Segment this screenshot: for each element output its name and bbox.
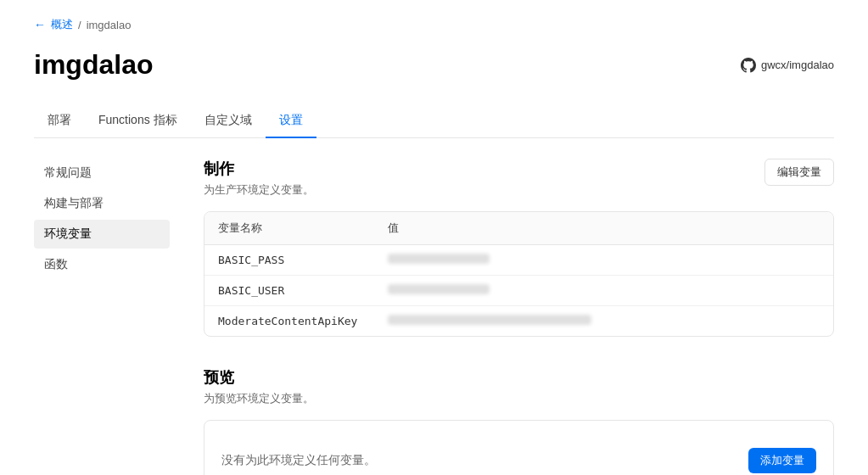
- empty-variables-box: 没有为此环境定义任何变量。 添加变量: [204, 420, 834, 475]
- add-variables-button[interactable]: 添加变量: [748, 448, 816, 473]
- tab-settings[interactable]: 设置: [266, 104, 316, 138]
- sidebar-item-build[interactable]: 构建与部署: [34, 189, 170, 218]
- var-name-1: BASIC_USER: [218, 284, 388, 297]
- tabs-bar: 部署 Functions 指标 自定义域 设置: [34, 104, 834, 138]
- var-value-1: [388, 284, 820, 297]
- sidebar-item-env[interactable]: 环境变量: [34, 220, 170, 249]
- breadcrumb: ← 概述 / imgdalao: [34, 17, 834, 32]
- main-content: 制作 为生产环境定义变量。 编辑变量 变量名称 值 BASIC_PASS: [187, 159, 834, 475]
- github-link[interactable]: gwcx/imgdalao: [741, 58, 834, 73]
- tab-functions[interactable]: Functions 指标: [85, 104, 191, 138]
- preview-section: 预览 为预览环境定义变量。 没有为此环境定义任何变量。 添加变量: [204, 367, 834, 475]
- sidebar-item-functions[interactable]: 函数: [34, 250, 170, 279]
- production-section-header: 制作 为生产环境定义变量。 编辑变量: [204, 159, 834, 198]
- var-name-2: ModerateContentApiKey: [218, 315, 388, 327]
- var-value-2: [388, 315, 820, 327]
- var-name-0: BASIC_PASS: [218, 254, 388, 266]
- col-header-value: 值: [388, 221, 820, 236]
- breadcrumb-overview[interactable]: 概述: [51, 17, 73, 32]
- github-icon: [741, 58, 756, 73]
- content-layout: 常规问题 构建与部署 环境变量 函数 制作 为生产环境定义变量。 编辑变量: [34, 138, 834, 475]
- table-header: 变量名称 值: [204, 212, 833, 245]
- production-desc: 为生产环境定义变量。: [204, 182, 314, 198]
- tab-deploy[interactable]: 部署: [34, 104, 85, 138]
- production-section: 制作 为生产环境定义变量。 编辑变量 变量名称 值 BASIC_PASS: [204, 159, 834, 337]
- page-title: imgdalao: [34, 49, 153, 81]
- table-row: BASIC_USER: [204, 276, 833, 306]
- tab-custom-domain[interactable]: 自定义域: [191, 104, 266, 138]
- var-value-0: [388, 254, 820, 266]
- back-arrow[interactable]: ←: [34, 18, 46, 31]
- preview-title: 预览: [204, 367, 834, 388]
- variables-table: 变量名称 值 BASIC_PASS BASIC_USER ModerateCon…: [204, 211, 834, 337]
- breadcrumb-current: imgdalao: [87, 19, 132, 31]
- edit-variables-button[interactable]: 编辑变量: [764, 159, 834, 186]
- empty-variables-text: 没有为此环境定义任何变量。: [221, 453, 376, 468]
- col-header-name: 变量名称: [218, 221, 388, 236]
- breadcrumb-separator: /: [78, 19, 81, 31]
- page-header: imgdalao gwcx/imgdalao: [34, 49, 834, 81]
- production-title: 制作: [204, 159, 314, 179]
- table-row: BASIC_PASS: [204, 245, 833, 276]
- sidebar-item-general[interactable]: 常规问题: [34, 159, 170, 187]
- sidebar: 常规问题 构建与部署 环境变量 函数: [34, 159, 187, 475]
- table-row: ModerateContentApiKey: [204, 306, 833, 336]
- github-repo-name: gwcx/imgdalao: [761, 59, 834, 71]
- preview-desc: 为预览环境定义变量。: [204, 391, 834, 406]
